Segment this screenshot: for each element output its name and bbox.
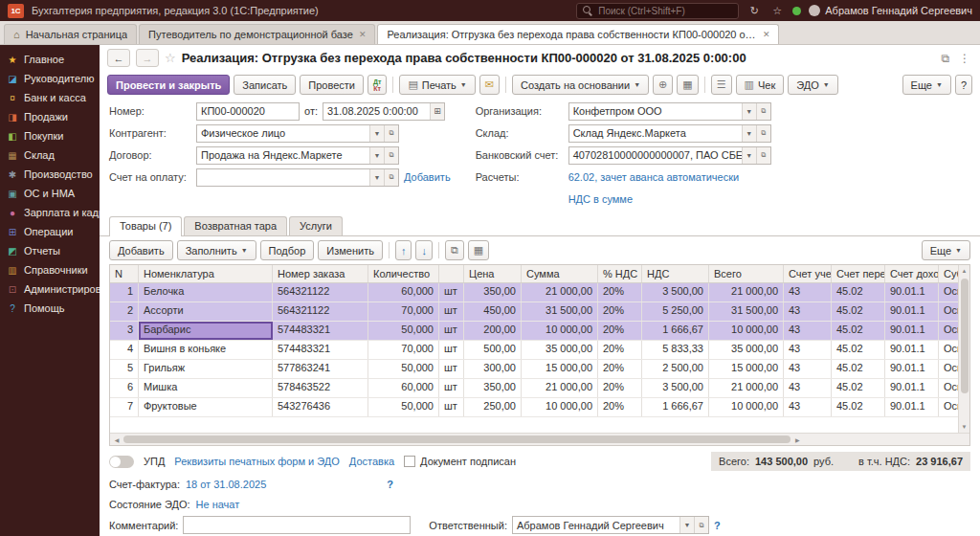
help-button[interactable]: ? [955, 75, 972, 95]
open-icon[interactable]: ⧉ [694, 517, 708, 533]
more-button[interactable]: Еще▼ [902, 75, 951, 95]
more-actions-icon[interactable]: ⋮ [957, 52, 972, 65]
account-transfer-cell[interactable]: 45.02 [832, 360, 885, 378]
order-number-cell[interactable]: 564321122 [273, 302, 368, 321]
responsible-field[interactable]: Абрамов Геннадий Сергеевич [513, 520, 679, 531]
price-cell[interactable]: 350,00 [464, 379, 522, 397]
post-button[interactable]: Провести [300, 75, 364, 95]
number-field[interactable]: КП00-000020 [197, 105, 299, 117]
tab-goods[interactable]: Товары (7) [109, 216, 182, 236]
amount-cell[interactable]: 10 000,00 [522, 398, 598, 416]
search-input[interactable] [598, 6, 732, 16]
quantity-cell[interactable]: 70,000 [368, 341, 439, 359]
bank-account-field[interactable]: 40702810000000000007, ПАО СБЕРБАНК [569, 149, 742, 161]
total-cell[interactable]: 10 000,00 [709, 398, 784, 416]
total-header[interactable]: Всего [709, 265, 784, 282]
total-cell[interactable]: 15 000,00 [709, 360, 784, 378]
sidebar-item-administrirovanie[interactable]: ⊡Администрирование [0, 279, 100, 299]
price-header[interactable]: Цена [464, 265, 522, 282]
move-down-button[interactable]: ↓ [415, 240, 433, 260]
post-and-close-button[interactable]: Провести и закрыть [107, 75, 230, 95]
quantity-cell[interactable]: 50,000 [368, 398, 439, 416]
total-cell[interactable]: 21 000,00 [709, 379, 784, 397]
tab-document-0[interactable]: Путеводитель по демонстрационной базе✕ [139, 24, 375, 44]
table-row[interactable]: 2Ассорти56432112270,000шт450,0031 500,00… [110, 302, 969, 322]
account-income-header[interactable]: Счет доходов [885, 265, 939, 282]
pick-button[interactable]: Подбор [260, 240, 315, 260]
global-search[interactable] [576, 3, 739, 19]
account-income-cell[interactable]: 90.01.1 [885, 341, 939, 359]
forward-button[interactable]: → [136, 49, 159, 67]
move-up-button[interactable]: ↑ [395, 240, 412, 260]
vat-percent-cell[interactable]: 20% [598, 398, 642, 416]
favorites-icon[interactable]: ☆ [769, 5, 785, 17]
row-number-cell[interactable]: 7 [110, 398, 139, 416]
date-field[interactable]: 31.08.2025 0:00:00 [323, 105, 430, 117]
invoice-link[interactable]: 18 от 31.08.2025 [186, 479, 266, 490]
nomenclature-cell[interactable]: Белочка [139, 283, 273, 302]
quantity-cell[interactable]: 50,000 [368, 360, 439, 378]
account-goods-cell[interactable]: 43 [784, 398, 832, 416]
scrollbar-thumb[interactable] [961, 279, 969, 393]
total-cell[interactable]: 10 000,00 [709, 322, 784, 340]
structure-button[interactable]: ☰ [711, 75, 732, 95]
chevron-down-icon[interactable]: ▼ [742, 125, 756, 142]
row-number-cell[interactable]: 2 [110, 302, 139, 321]
quantity-cell[interactable]: 70,000 [368, 302, 439, 321]
row-number-cell[interactable]: 1 [110, 283, 139, 302]
order-number-cell[interactable]: 564321122 [273, 283, 368, 302]
open-icon[interactable]: ⧉ [756, 103, 770, 120]
account-income-cell[interactable]: 90.01.1 [885, 283, 939, 302]
tab-returnable-packaging[interactable]: Возвратная тара [184, 216, 287, 235]
account-transfer-cell[interactable]: 45.02 [832, 322, 885, 340]
vat-percent-cell[interactable]: 20% [598, 283, 642, 302]
account-transfer-cell[interactable]: 45.02 [832, 283, 885, 302]
sidebar-item-os-i-nma[interactable]: ▣ОС и НМА [0, 184, 100, 203]
unit-header[interactable] [439, 265, 464, 282]
unit-cell[interactable]: шт [439, 283, 464, 302]
row-number-cell[interactable]: 3 [110, 322, 139, 340]
sidebar-item-prodazhi[interactable]: ◨Продажи [0, 107, 100, 126]
account-transfer-cell[interactable]: 45.02 [832, 398, 885, 416]
vat-percent-cell[interactable]: 20% [598, 341, 642, 359]
create-based-on-button[interactable]: Создать на основании▼ [512, 75, 649, 95]
table-row[interactable]: 5Грильяж57786324150,000шт300,0015 000,00… [110, 360, 969, 379]
scroll-up-icon[interactable]: ▲ [962, 265, 968, 277]
order-number-header[interactable]: Номер заказа [273, 265, 368, 282]
attachments-button[interactable]: ⊕ [653, 75, 673, 95]
chevron-down-icon[interactable]: ▼ [369, 169, 384, 186]
scrollbar-thumb[interactable] [123, 436, 791, 443]
amount-cell[interactable]: 10 000,00 [522, 322, 598, 340]
account-goods-cell[interactable]: 43 [784, 322, 832, 340]
scroll-right-icon[interactable]: ▶ [792, 436, 802, 443]
contract-field[interactable]: Продажа на Яндекс.Маркете [197, 149, 369, 161]
table-row[interactable]: 7Фруктовые54327643650,000шт250,0010 000,… [110, 398, 969, 417]
sidebar-item-otchety[interactable]: ◩Отчеты [0, 241, 100, 260]
sidebar-item-bank-i-kassa[interactable]: ¤Банк и касса [0, 88, 100, 107]
vat-amount-cell[interactable]: 3 500,00 [642, 379, 709, 397]
open-icon[interactable]: ⧉ [384, 169, 398, 186]
favorite-star-icon[interactable]: ☆ [165, 51, 176, 65]
quantity-cell[interactable]: 50,000 [368, 322, 439, 340]
table-row[interactable]: 3Барбарис57448332150,000шт200,0010 000,0… [110, 322, 969, 341]
delivery-link[interactable]: Доставка [349, 456, 394, 467]
chevron-down-icon[interactable]: ▼ [742, 147, 756, 164]
counterparty-field[interactable]: Физическое лицо [197, 127, 369, 139]
table-row[interactable]: 6Мишка57846352260,000шт350,0021 000,0020… [110, 379, 969, 398]
amount-cell[interactable]: 31 500,00 [522, 302, 598, 321]
sidebar-item-pokupki[interactable]: ◧Покупки [0, 126, 100, 145]
vat-percent-header[interactable]: % НДС [598, 265, 642, 282]
sidebar-item-sklad[interactable]: ▦Склад [0, 145, 100, 165]
total-cell[interactable]: 35 000,00 [709, 341, 784, 359]
row-number-header[interactable]: N [110, 265, 139, 282]
vertical-scrollbar[interactable]: ▲ ▼ [958, 265, 969, 433]
vat-amount-cell[interactable]: 1 666,67 [642, 322, 709, 340]
table-row[interactable]: 1Белочка56432112260,000шт350,0021 000,00… [110, 283, 969, 302]
vat-percent-cell[interactable]: 20% [598, 322, 642, 340]
settlements-link[interactable]: 62.02, зачет аванса автоматически [568, 171, 740, 183]
upd-toggle[interactable] [109, 456, 134, 468]
table-more-button[interactable]: Еще▼ [922, 240, 970, 260]
tab-document-1[interactable]: Реализация: Отгрузка без перехода права … [377, 24, 779, 44]
price-cell[interactable]: 250,00 [464, 398, 522, 416]
back-button[interactable]: ← [107, 49, 130, 67]
